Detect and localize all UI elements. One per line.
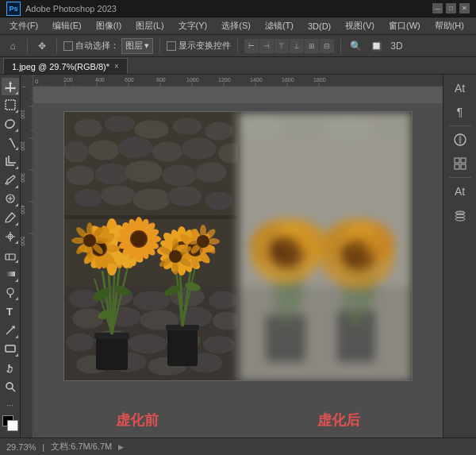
minimize-button[interactable]: — — [432, 3, 443, 13]
tool-healing[interactable] — [2, 191, 19, 208]
tool-text[interactable]: T — [2, 303, 19, 320]
rp-separator-2 — [449, 177, 471, 178]
svg-point-75 — [66, 165, 94, 186]
tab-label: 1.jpeg @ 29.7%(RGB/8)* — [12, 62, 109, 71]
menu-layer[interactable]: 图层(L) — [129, 18, 170, 33]
svg-rect-14 — [6, 345, 15, 352]
svg-rect-44 — [21, 87, 33, 432]
tool-dodge[interactable] — [2, 284, 19, 302]
tool-path-select[interactable] — [2, 322, 19, 339]
menu-text[interactable]: 文字(Y) — [172, 18, 214, 33]
svg-text:300: 300 — [21, 173, 25, 183]
menu-window[interactable]: 窗口(W) — [382, 18, 427, 33]
svg-rect-85 — [64, 215, 238, 219]
show-transform-checkbox[interactable] — [167, 41, 176, 51]
maximize-button[interactable]: □ — [446, 3, 456, 13]
menu-edit[interactable]: 编辑(E) — [46, 18, 88, 33]
menu-filter[interactable]: 滤镜(T) — [259, 18, 300, 33]
svg-point-101 — [203, 335, 235, 354]
svg-point-15 — [6, 383, 13, 389]
align-icons: ⊢ ⊣ ⊤ ⊥ ⊞ ⊟ — [244, 39, 334, 53]
menu-select[interactable]: 选择(S) — [215, 18, 257, 33]
align-left-icon[interactable]: ⊢ — [244, 39, 259, 53]
ruler-vertical: 0 100 200 300 400 500 — [21, 87, 33, 438]
tool-more[interactable]: ··· — [2, 396, 19, 414]
tool-zoom[interactable] — [2, 378, 19, 395]
align-top-icon[interactable]: ⊥ — [290, 39, 304, 53]
label-before: 虚化前 — [116, 411, 159, 430]
3d-icon[interactable]: 3D — [389, 38, 405, 54]
svg-point-78 — [162, 164, 197, 187]
status-arrow[interactable]: ▶ — [118, 443, 124, 451]
window-controls[interactable]: — □ ✕ — [432, 3, 470, 13]
svg-point-274 — [343, 241, 368, 266]
canvas-labels: 虚化前 虚化后 — [33, 411, 443, 430]
menu-help[interactable]: 帮助(H) — [428, 18, 470, 33]
rp-at2-icon[interactable]: At — [450, 181, 470, 202]
svg-point-91 — [209, 291, 237, 310]
rp-layers-icon[interactable] — [450, 205, 470, 226]
tool-marquee-rect[interactable] — [2, 97, 19, 114]
tool-hand[interactable] — [2, 359, 19, 376]
toolbar-sep-3 — [159, 39, 160, 53]
close-button[interactable]: ✕ — [459, 3, 470, 13]
zoom-level: 29.73% — [6, 442, 36, 452]
svg-rect-276 — [455, 158, 459, 163]
menu-3d[interactable]: 3D(D) — [301, 20, 337, 33]
svg-text:0: 0 — [35, 78, 39, 85]
svg-line-3 — [9, 138, 10, 140]
doc-info: 文档:6.7M/6.7M — [51, 441, 112, 453]
status-sep: | — [42, 442, 44, 452]
svg-text:400: 400 — [95, 77, 105, 83]
svg-point-68 — [205, 121, 233, 141]
zoom-in-icon[interactable]: 🔍 — [347, 38, 363, 54]
svg-text:1400: 1400 — [250, 77, 263, 83]
svg-point-273 — [271, 237, 300, 265]
move-icon[interactable]: ✥ — [34, 38, 50, 54]
tool-move[interactable] — [2, 78, 19, 95]
menu-image[interactable]: 图像(I) — [90, 18, 128, 33]
svg-point-73 — [182, 137, 217, 160]
align-center-v-icon[interactable]: ⊞ — [305, 39, 319, 53]
rp-paragraph-icon[interactable]: ¶ — [450, 102, 470, 122]
svg-rect-197 — [167, 326, 198, 366]
auto-select-checkbox[interactable] — [63, 41, 73, 51]
canvas-content: 虚化前 虚化后 — [33, 87, 443, 438]
svg-text:100: 100 — [21, 110, 25, 119]
toolbar-sep-4 — [237, 39, 238, 53]
home-icon[interactable]: ⌂ — [5, 38, 21, 54]
align-center-h-icon[interactable]: ⊣ — [259, 39, 274, 53]
tool-gradient[interactable] — [2, 265, 19, 283]
title-text: Adobe Photoshop 2023 — [25, 4, 117, 13]
tools-colors — [2, 415, 18, 434]
rp-color-icon[interactable] — [450, 129, 470, 150]
color-picker[interactable] — [2, 415, 18, 431]
svg-point-67 — [172, 118, 202, 135]
tool-magic-wand[interactable] — [2, 134, 19, 152]
tool-eyedropper[interactable] — [2, 172, 19, 189]
tool-lasso[interactable] — [2, 115, 19, 133]
svg-point-69 — [64, 141, 89, 163]
menu-view[interactable]: 视图(V) — [339, 18, 381, 33]
tab-close-button[interactable]: × — [114, 62, 119, 71]
svg-rect-9 — [9, 254, 10, 260]
align-right-icon[interactable]: ⊤ — [274, 39, 289, 53]
menu-file[interactable]: 文件(F) — [3, 18, 44, 33]
layer-dropdown[interactable]: 图层 ▾ — [121, 38, 153, 54]
rp-at-icon[interactable]: At — [450, 78, 470, 98]
tab-file[interactable]: 1.jpeg @ 29.7%(RGB/8)* × — [3, 58, 128, 74]
zoom-out-icon[interactable]: 🔲 — [368, 38, 384, 54]
tool-clone[interactable] — [2, 228, 19, 245]
image-after — [238, 112, 412, 381]
canvas-background: 虚化前 虚化后 — [33, 103, 443, 438]
svg-point-77 — [125, 160, 163, 183]
status-bar: 29.73% | 文档:6.7M/6.7M ▶ — [0, 438, 476, 455]
background-color[interactable] — [7, 420, 18, 431]
tool-shape-rect[interactable] — [2, 341, 19, 358]
tool-brush[interactable] — [2, 209, 19, 226]
svg-rect-279 — [461, 164, 466, 169]
tool-crop[interactable] — [2, 152, 19, 170]
align-bottom-icon[interactable]: ⊟ — [320, 39, 334, 53]
rp-grid-icon[interactable] — [450, 153, 470, 174]
tool-eraser[interactable] — [2, 246, 19, 264]
